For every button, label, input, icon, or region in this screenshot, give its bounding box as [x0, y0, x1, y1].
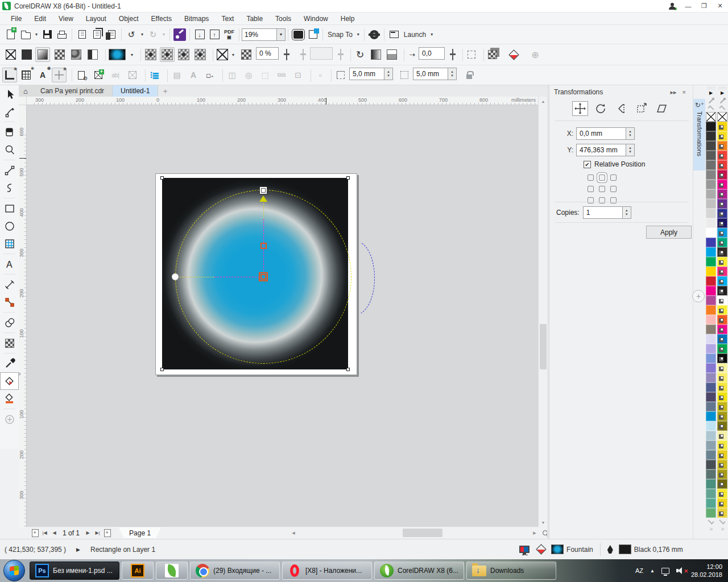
color-swatch[interactable] [717, 402, 727, 411]
launch-label[interactable]: Launch [402, 31, 428, 39]
color-swatch[interactable] [706, 325, 716, 334]
color-swatch[interactable] [717, 209, 727, 218]
y-position-field[interactable]: 476,363 mm [576, 144, 626, 156]
drop-shadow-tool[interactable] [0, 314, 19, 331]
color-swatch[interactable] [717, 431, 727, 440]
selection-handle[interactable] [160, 368, 164, 371]
export-icon[interactable]: ↑ [207, 27, 222, 42]
pattern-fill-icon[interactable] [52, 47, 67, 62]
selection-handle[interactable] [160, 176, 164, 180]
transparency-tool[interactable] [0, 334, 19, 352]
palette-flyout-icon[interactable]: ▶ [709, 90, 713, 97]
menu-table[interactable]: Table [240, 13, 269, 24]
vertical-scroll-thumb[interactable] [540, 324, 547, 369]
next-page-icon[interactable]: ▶ [83, 528, 93, 538]
color-swatch[interactable] [717, 305, 727, 315]
taskbar-coreldraw-x8-button[interactable]: CorelDRAW X8 (6... [374, 562, 464, 580]
color-swatch[interactable] [717, 354, 727, 363]
snap-to-dropdown[interactable]: ▼ [355, 27, 362, 42]
fountain-end-node[interactable] [259, 186, 267, 194]
import-icon[interactable]: ↓ [192, 27, 207, 42]
node-size-icon[interactable]: ◻₊ [202, 68, 217, 82]
copy-fill-properties-icon[interactable] [485, 47, 500, 62]
lock-ratio-icon[interactable] [462, 68, 477, 82]
minimize-button[interactable]: — [680, 0, 696, 12]
selection-handle[interactable] [346, 176, 350, 180]
outline-swatch[interactable] [619, 544, 631, 554]
color-swatch[interactable] [717, 238, 727, 247]
scroll-up-icon[interactable]: ▲ [539, 97, 548, 106]
horizontal-scroll-thumb[interactable] [403, 529, 442, 537]
anchor-middle-left[interactable] [588, 186, 594, 192]
fountain-midpoint-slider[interactable] [259, 196, 267, 202]
zoom-level-combo[interactable]: 19% [242, 28, 277, 41]
color-swatch[interactable] [706, 141, 716, 151]
anchor-middle-right[interactable] [610, 186, 617, 192]
interactive-fill-tool[interactable] [0, 372, 19, 390]
menu-window[interactable]: Window [297, 13, 334, 24]
node-transparency-field[interactable]: 0 % [256, 47, 279, 60]
docker-close-icon[interactable]: × [682, 89, 686, 96]
fill-winding-field[interactable]: 0,0 [419, 47, 445, 60]
paste-icon[interactable] [104, 27, 119, 42]
connector-tool[interactable] [0, 293, 19, 311]
color-swatch[interactable] [706, 344, 716, 354]
color-swatch[interactable] [717, 450, 727, 460]
color-swatch[interactable] [717, 122, 727, 131]
anchor-middle-center[interactable] [599, 186, 605, 192]
palette-eyedropper-icon[interactable] [708, 97, 714, 105]
drawing-canvas[interactable] [27, 105, 538, 527]
color-swatch[interactable] [706, 383, 716, 392]
menu-object[interactable]: Object [113, 13, 145, 24]
network-icon[interactable] [661, 568, 669, 574]
fountain-fill-icon[interactable] [35, 47, 50, 62]
color-swatch[interactable] [717, 276, 727, 286]
color-swatch[interactable] [717, 344, 727, 354]
color-swatch[interactable] [706, 131, 716, 141]
ellipse-tool[interactable] [0, 217, 19, 235]
color-swatch[interactable] [717, 267, 727, 276]
fountain-center-node[interactable] [259, 272, 268, 281]
color-swatch[interactable] [717, 131, 727, 141]
show-text-frames-icon[interactable]: A [35, 68, 50, 82]
color-swatch[interactable] [706, 151, 716, 160]
size-transform-icon[interactable] [634, 101, 650, 116]
postscript-fill-icon[interactable] [85, 47, 100, 62]
scroll-left-icon[interactable]: ◀ [289, 529, 298, 538]
taskbar-illustrator-button[interactable]: Ai [122, 562, 154, 580]
linear-fountain-icon[interactable] [143, 47, 158, 62]
color-swatch[interactable] [706, 228, 716, 238]
transformations-docker-tab[interactable]: ↻⁺ Transformations [693, 99, 706, 171]
position-transform-icon[interactable] [572, 101, 588, 116]
cut-icon[interactable] [75, 27, 89, 42]
fill-picker[interactable] [107, 47, 127, 62]
color-swatch[interactable] [717, 392, 727, 402]
snap-to-label[interactable]: Snap To [325, 31, 355, 39]
no-fill-icon[interactable] [3, 47, 18, 62]
anchor-top-center[interactable] [599, 174, 605, 181]
y-position-spinner[interactable]: ▲▼ [626, 144, 635, 156]
copies-spinner[interactable]: ▲▼ [623, 206, 631, 219]
last-page-icon[interactable]: ▶| [93, 528, 102, 538]
outline-pen-icon[interactable] [607, 545, 613, 554]
color-swatch[interactable] [717, 160, 727, 170]
document-tab-active[interactable]: Untitled-1 [113, 85, 158, 97]
color-swatch[interactable] [717, 151, 727, 160]
uniform-fill-icon[interactable] [19, 47, 34, 62]
menu-file[interactable]: File [5, 13, 28, 24]
palette-expand-icon[interactable]: » [721, 526, 724, 532]
color-swatch[interactable] [706, 460, 716, 469]
shape-tool[interactable] [0, 103, 19, 120]
show-guidelines-toggle-icon[interactable] [52, 68, 67, 82]
page-settings-icon[interactable]: ⚙ [74, 68, 89, 82]
previous-page-icon[interactable]: ◀ [49, 528, 59, 538]
smart-fill-tool[interactable] [0, 390, 19, 408]
fill-picker-dropdown[interactable]: ▼ [129, 47, 135, 62]
color-swatch[interactable] [717, 363, 727, 373]
no-color-swatch[interactable] [717, 112, 727, 122]
relative-position-checkbox[interactable]: ✔ [584, 161, 591, 168]
maximize-button[interactable]: ❐ [696, 0, 712, 12]
color-swatch[interactable] [717, 199, 727, 209]
color-swatch[interactable] [706, 440, 716, 450]
tray-expand-icon[interactable]: ▲ [650, 568, 655, 573]
